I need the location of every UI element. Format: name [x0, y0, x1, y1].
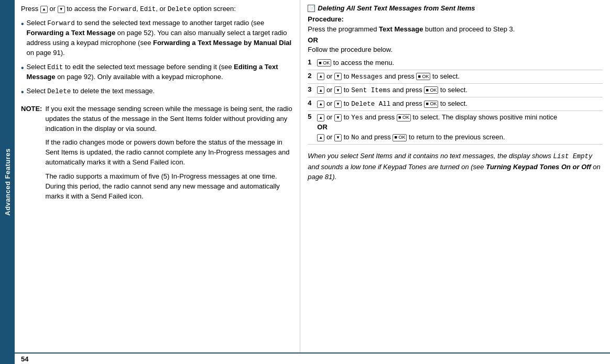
section-icon: 📄 — [308, 5, 315, 12]
intro-text: Press ▲ or ▼ to access the Forward, Edit… — [21, 4, 292, 14]
up-btn-4: ▲ — [317, 101, 324, 108]
forward-code: Forward — [47, 20, 75, 27]
forward-bold: Forwarding a Text Message — [27, 29, 116, 37]
ok-btn-3: ■ OK — [424, 86, 438, 94]
note-para-3: The radio supports a maximum of five (5)… — [45, 172, 292, 202]
right-column: 📄 Deleting All Sent Text Messages from S… — [300, 0, 610, 352]
down-button-intro: ▼ — [58, 6, 65, 13]
yes-code: Yes — [351, 114, 363, 122]
step-num-2: 2 — [308, 70, 316, 83]
page-number: 54 — [21, 355, 28, 363]
up-button-intro: ▲ — [40, 6, 48, 13]
step-row-4: 4 ▲ or ▼ to Delete All and press ■ OK to… — [308, 97, 603, 111]
keypad-tones-bold: Turning Keypad Tones On or Off — [486, 163, 591, 171]
list-empty-code: List Empty — [553, 153, 593, 160]
note-label: NOTE: — [21, 104, 42, 114]
steps-table: 1 ■ OK to access the menu. 2 ▲ or ▼ — [308, 57, 603, 145]
down-btn-3: ▼ — [334, 86, 342, 94]
ok-btn-4: ■ OK — [424, 101, 438, 108]
step-num-1: 1 — [308, 57, 316, 70]
step-num-4: 4 — [308, 97, 316, 111]
sidebar-label: Advanced Features — [4, 148, 12, 215]
note-para-2: If the radio changes mode or powers down… — [45, 138, 292, 168]
bottom-bar: 54 — [15, 352, 610, 364]
edit-code: Edit — [47, 64, 63, 71]
ok-btn-5a: ■ OK — [397, 114, 411, 122]
down-btn-5b: ▼ — [334, 134, 342, 141]
step-content-2: ▲ or ▼ to Messages and press ■ OK to sel… — [316, 70, 603, 83]
bullet-dot-2: • — [21, 62, 24, 74]
ok-btn-2: ■ OK — [416, 73, 430, 80]
note-block: NOTE: If you exit the message sending sc… — [21, 104, 292, 206]
no-code: No — [351, 134, 359, 141]
messages-code-2: Messages — [351, 73, 383, 81]
sidebar: Advanced Features — [0, 0, 15, 364]
step-row-3: 3 ▲ or ▼ to Sent Items and press ■ OK to… — [308, 83, 603, 97]
bullet-dot-1: • — [21, 18, 24, 30]
up-btn-3: ▲ — [317, 86, 324, 94]
note-content: If you exit the message sending screen w… — [45, 104, 292, 206]
edit-mono: Edit — [140, 6, 156, 13]
delete-code: Delete — [47, 88, 71, 95]
bullet-text-2: Select Edit to edit the selected text me… — [27, 62, 293, 82]
down-btn-4: ▼ — [334, 101, 342, 108]
bullet-item-edit: • Select Edit to edit the selected text … — [21, 62, 292, 82]
or-text-1: OR — [308, 36, 603, 44]
section-title-text: Deleting All Sent Text Messages from Sen… — [318, 4, 475, 12]
bullet-dot-3: • — [21, 86, 24, 98]
left-column: Press ▲ or ▼ to access the Forward, Edit… — [15, 0, 300, 352]
delete-all-code: Delete All — [351, 101, 390, 108]
follow-text: Follow the procedure below. — [308, 46, 603, 53]
step-content-1: ■ OK to access the menu. — [316, 57, 603, 70]
up-btn-2: ▲ — [317, 73, 324, 80]
step-content-5: ▲ or ▼ to Yes and press ■ OK to select. … — [316, 111, 603, 145]
ok-btn-5b: ■ OK — [393, 134, 407, 141]
bullet-item-delete: • Select Delete to delete the text messa… — [21, 86, 292, 98]
step-row-5: 5 ▲ or ▼ to Yes and press ■ OK to select… — [308, 111, 603, 145]
up-btn-5b: ▲ — [317, 134, 324, 141]
or-text-step5: OR — [317, 123, 328, 131]
italic-note-text: When you select Sent Items and it contai… — [308, 152, 601, 181]
up-btn-5a: ▲ — [317, 114, 324, 122]
step-row-1: 1 ■ OK to access the menu. — [308, 57, 603, 70]
forward-manual-bold: Forwarding a Text Message by Manual Dial — [153, 39, 291, 47]
bullet-item-forward: • Select Forward to send the selected te… — [21, 18, 292, 58]
step-num-3: 3 — [308, 83, 316, 97]
section-title: 📄 Deleting All Sent Text Messages from S… — [308, 4, 603, 12]
step-num-5: 5 — [308, 111, 316, 145]
note-para-1: If you exit the message sending screen w… — [45, 104, 292, 134]
text-message-bold: Text Message — [379, 25, 423, 33]
down-btn-2: ▼ — [334, 73, 342, 80]
step-content-3: ▲ or ▼ to Sent Items and press ■ OK to s… — [316, 83, 603, 97]
ok-btn-1: ■ OK — [317, 59, 331, 67]
main-wrapper: Press ▲ or ▼ to access the Forward, Edit… — [15, 0, 610, 364]
procedure-label: Procedure: — [308, 15, 603, 23]
option-names-mono: Forward — [108, 6, 136, 13]
step-row-2: 2 ▲ or ▼ to Messages and press ■ OK to s… — [308, 70, 603, 83]
italic-note: When you select Sent Items and it contai… — [308, 151, 603, 182]
editing-bold: Editing a Text Message — [27, 63, 278, 81]
procedure-intro: Press the programmed Text Message button… — [308, 25, 603, 35]
down-btn-5a: ▼ — [334, 114, 342, 122]
bullet-text-1: Select Forward to send the selected text… — [27, 18, 293, 58]
delete-mono: Delete — [168, 6, 191, 13]
sent-items-code: Sent Items — [351, 87, 390, 94]
bullet-text-3: Select Delete to delete the text message… — [27, 86, 293, 96]
content-area: Press ▲ or ▼ to access the Forward, Edit… — [15, 0, 610, 352]
step-content-4: ▲ or ▼ to Delete All and press ■ OK to s… — [316, 97, 603, 111]
